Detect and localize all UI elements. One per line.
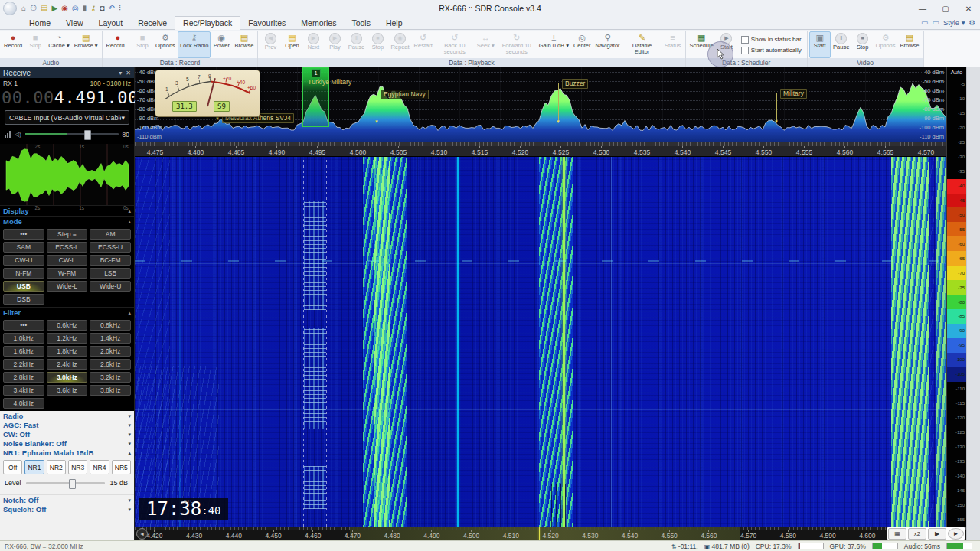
mode-button[interactable]: Wide-L bbox=[47, 281, 88, 292]
panel-close-icon[interactable]: ✕ bbox=[126, 70, 131, 77]
filter-button[interactable]: 3.4kHz bbox=[3, 385, 44, 396]
mode-button[interactable]: ••• bbox=[3, 229, 44, 240]
menu-tab[interactable]: Help bbox=[378, 17, 410, 29]
filter-button[interactable]: 2.6kHz bbox=[90, 359, 131, 370]
mode-button[interactable]: Wide-U bbox=[90, 281, 131, 292]
frequency-ruler[interactable]: 4.4754.4804.4854.4904.4954.5004.5054.510… bbox=[135, 142, 946, 157]
minimize-button[interactable]: — bbox=[911, 0, 934, 17]
zoom-level-button[interactable]: x2 bbox=[908, 528, 926, 540]
mode-button[interactable]: CW-U bbox=[3, 255, 44, 266]
band-overview-bar[interactable]: 4.4204.4304.4404.4504.4604.4704.4804.490… bbox=[135, 527, 966, 540]
mode-button[interactable]: LSB bbox=[90, 268, 131, 279]
menu-tab[interactable]: Home bbox=[21, 17, 58, 29]
notch-row[interactable]: Notch: Off▾ bbox=[0, 495, 134, 504]
mode-button[interactable]: AM bbox=[90, 229, 131, 240]
play-icon[interactable]: ▶ bbox=[51, 4, 57, 13]
squelch-row[interactable]: Squelch: Off▾ bbox=[0, 504, 134, 514]
nr-row-header[interactable]: NR1: Ephraim Malah 15dB▴ bbox=[0, 448, 134, 457]
ribbon-button[interactable]: ●Record... bbox=[104, 31, 132, 58]
mode-button[interactable]: Step ≡ bbox=[47, 229, 88, 240]
signal-label-buzzer[interactable]: Buzzer bbox=[562, 79, 588, 89]
overview-left-button[interactable]: ◄ bbox=[136, 528, 148, 540]
folder-icon[interactable]: ▤ bbox=[41, 4, 47, 13]
radio-section-header[interactable]: Radio▾ bbox=[0, 411, 134, 420]
menu-tab[interactable]: Receive bbox=[130, 17, 175, 29]
battery-icon[interactable]: ▮ bbox=[83, 4, 87, 13]
gear-icon[interactable]: ⚙ bbox=[969, 18, 975, 27]
mode-button[interactable]: BC-FM bbox=[90, 255, 131, 266]
section-filter[interactable]: Filter▴ bbox=[0, 307, 134, 318]
mode-button[interactable]: ECSS-U bbox=[90, 242, 131, 253]
signal-label-egyptian-navy[interactable]: Egyptian Navy bbox=[381, 90, 429, 99]
nr-level-slider[interactable] bbox=[26, 482, 106, 484]
filter-button[interactable]: 0.8kHz bbox=[90, 320, 131, 331]
ribbon-button[interactable]: ◎Center bbox=[571, 31, 593, 58]
ribbon-button[interactable]: ●Record bbox=[2, 31, 24, 58]
close-button[interactable]: ✕ bbox=[957, 0, 980, 17]
ribbon-button[interactable]: ▤Browse ▾ bbox=[72, 31, 100, 58]
ribbon-button[interactable]: ◉Power bbox=[211, 31, 232, 58]
key-icon[interactable]: ⚷ bbox=[90, 4, 96, 13]
agc-row[interactable]: AGC: Fast▾ bbox=[0, 420, 134, 429]
filter-button[interactable]: 1.2kHz bbox=[47, 333, 88, 344]
power-icon[interactable]: ◎ bbox=[72, 4, 79, 13]
expand-button[interactable]: ▶ bbox=[928, 528, 946, 540]
mode-button[interactable]: ECSS-L bbox=[47, 242, 88, 253]
maximize-button[interactable]: ▢ bbox=[934, 0, 957, 17]
menu-tab[interactable]: Rec/Playback bbox=[175, 16, 240, 30]
filter-button[interactable]: 2.4kHz bbox=[47, 359, 88, 370]
signal-label-turkiye[interactable]: Türkiye Military bbox=[305, 77, 354, 87]
scheduler-checkbox[interactable]: Show in status bar bbox=[741, 36, 802, 44]
nr-button[interactable]: NR3 bbox=[68, 460, 87, 474]
ribbon-button[interactable]: ‖Pause bbox=[831, 31, 852, 58]
ribbon-button[interactable]: ▣Start bbox=[809, 31, 831, 58]
spectrum-display[interactable]: -40 dBm-50 dBm-60 dBm-70 dBm-80 dBm-90 d… bbox=[135, 67, 946, 142]
noise-blanker-row[interactable]: Noise Blanker: Off▾ bbox=[0, 439, 134, 448]
filter-button[interactable]: 3.6kHz bbox=[47, 385, 88, 396]
ribbon-button[interactable]: ▤Browse bbox=[898, 31, 922, 58]
speaker-icon[interactable]: ◁) bbox=[15, 131, 21, 138]
filter-button[interactable]: 2.8kHz bbox=[3, 372, 44, 383]
nr-button[interactable]: NR2 bbox=[47, 460, 66, 474]
menu-tab[interactable]: Layout bbox=[91, 17, 131, 29]
nr-button[interactable]: NR4 bbox=[90, 460, 109, 474]
style-menu[interactable]: Style ▾ bbox=[943, 18, 965, 27]
ribbon-button[interactable]: ▤Browse bbox=[232, 31, 256, 58]
monitor-icon[interactable]: ▭ bbox=[921, 18, 928, 27]
mode-button[interactable]: N-FM bbox=[3, 268, 44, 279]
filter-button[interactable]: ••• bbox=[3, 320, 44, 331]
filter-button[interactable]: 3.2kHz bbox=[90, 372, 131, 383]
filter-button[interactable]: 1.4kHz bbox=[90, 333, 131, 344]
ribbon-button[interactable]: ▤Open bbox=[281, 31, 302, 58]
ribbon-button[interactable]: ⚲Navigator bbox=[593, 31, 622, 58]
nr-button[interactable]: NR5 bbox=[112, 460, 131, 474]
section-mode[interactable]: Mode▴ bbox=[0, 216, 134, 227]
filter-button[interactable]: 1.8kHz bbox=[47, 346, 88, 357]
cw-row[interactable]: CW: Off▾ bbox=[0, 429, 134, 439]
ribbon-button[interactable]: ◔Cache ▾ bbox=[46, 31, 72, 58]
section-display[interactable]: Display▴ bbox=[0, 205, 134, 216]
audio-device-select[interactable]: CABLE Input (VB-Audio Virtual Cable) ▾ bbox=[5, 110, 129, 125]
auto-range-label[interactable]: Auto bbox=[947, 67, 966, 77]
record-icon[interactable]: ◉ bbox=[61, 4, 68, 13]
nr-button[interactable]: NR1 bbox=[24, 460, 44, 474]
mode-button[interactable]: W-FM bbox=[47, 268, 88, 279]
filter-button[interactable]: 3.0kHz bbox=[47, 372, 88, 383]
users-icon[interactable]: ⚇ bbox=[30, 4, 37, 13]
mode-button[interactable]: SAM bbox=[3, 242, 44, 253]
rx-passband[interactable]: 1 bbox=[302, 67, 329, 127]
home-icon[interactable]: ⌂ bbox=[21, 4, 26, 13]
undo-icon[interactable]: ↶ bbox=[109, 4, 115, 13]
filter-button[interactable]: 4.0kHz bbox=[3, 398, 44, 409]
keypad-button[interactable]: ▦ bbox=[888, 528, 906, 540]
camera-icon[interactable]: ◘ bbox=[100, 4, 104, 13]
nr-button[interactable]: Off bbox=[3, 460, 22, 474]
menu-tab[interactable]: View bbox=[58, 17, 91, 29]
ribbon-button[interactable]: ■Stop bbox=[852, 31, 874, 58]
menu-tab[interactable]: Favourites bbox=[240, 17, 293, 29]
monitor-icon[interactable]: ▭ bbox=[932, 18, 939, 27]
ribbon-button[interactable]: ⚷Lock Radio bbox=[178, 31, 211, 58]
waterfall-display[interactable]: 17:38:40 UTC bbox=[135, 157, 946, 527]
filter-button[interactable]: 2.2kHz bbox=[3, 359, 44, 370]
filter-button[interactable]: 1.0kHz bbox=[3, 333, 44, 344]
